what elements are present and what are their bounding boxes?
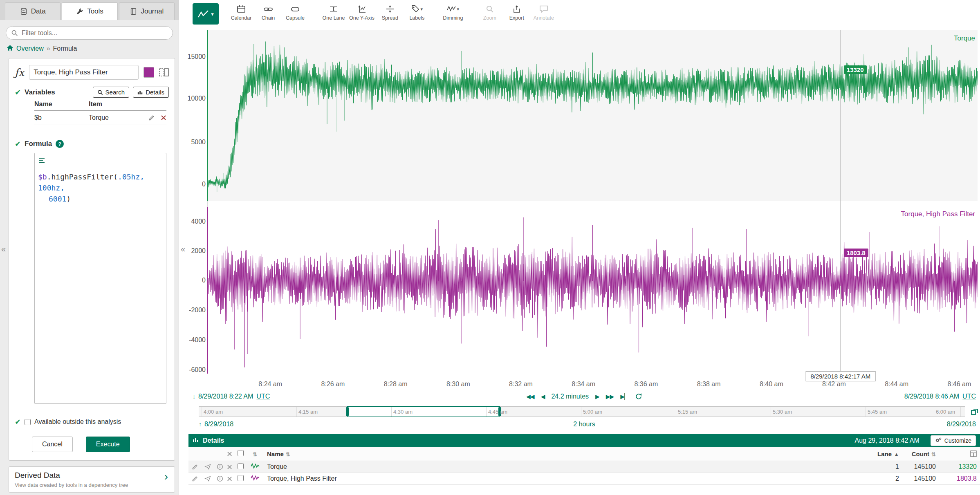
edit-variable-icon[interactable]	[148, 114, 155, 121]
step-back-icon[interactable]: ◀	[541, 393, 545, 400]
capsule-icon	[291, 4, 300, 13]
x-tick-label: 8:24 am	[250, 381, 291, 388]
lane-column-header[interactable]: Lane▲	[870, 450, 899, 457]
details-row-highpass[interactable]: Torque, High Pass Filter 2 145100 1803.8	[188, 473, 980, 485]
sort-by-type-icon[interactable]: ⇅	[253, 451, 257, 457]
formula-editor[interactable]: $b.highPassFilter(.05hz, 100hz,6001)	[34, 153, 166, 404]
details-row-torque[interactable]: Torque 1 145100 13320	[188, 461, 980, 473]
brush-left-handle[interactable]	[346, 407, 349, 416]
trend-toolbar: ▾ Calendar Chain Capsule One Lane O	[188, 0, 980, 29]
info-icon[interactable]	[217, 475, 227, 482]
formula-lines-icon[interactable]	[38, 157, 45, 163]
calendar-icon	[237, 4, 246, 13]
toolbar-calendar-button[interactable]: Calendar	[228, 3, 255, 22]
refresh-icon[interactable]	[635, 393, 642, 400]
toolbar-spread-button[interactable]: Spread	[377, 3, 404, 22]
timeline-end-date[interactable]: 8/29/2018	[947, 421, 976, 428]
sort-asc-icon[interactable]: ▲	[894, 451, 899, 457]
step-back-fast-icon[interactable]: ◀◀	[526, 393, 534, 400]
variables-label: Variables	[25, 88, 55, 96]
toolbar-one-y-axis-button[interactable]: One Y-Axis	[347, 3, 377, 22]
range-start-label[interactable]: 8/29/2018 8:22 AM	[198, 393, 253, 400]
tab-tools[interactable]: Tools	[62, 2, 117, 20]
trend-chart[interactable]: 150001000050000400020000-2000-4000-6000 …	[188, 29, 980, 388]
cancel-button[interactable]: Cancel	[32, 437, 73, 452]
main-area: ▾ Calendar Chain Capsule One Lane O	[188, 0, 980, 495]
edit-icon[interactable]	[192, 475, 204, 482]
remove-all-icon[interactable]	[227, 451, 238, 457]
row-checkbox[interactable]	[238, 475, 244, 481]
filter-tools-input[interactable]	[6, 26, 173, 40]
split-panel-icon[interactable]	[159, 68, 169, 76]
step-forward-fast-icon[interactable]: ▶▶	[606, 393, 614, 400]
timeline-selection-brush[interactable]	[347, 406, 500, 417]
toolbar-capsule-button[interactable]: Capsule	[282, 3, 309, 22]
remove-variable-icon[interactable]	[161, 115, 166, 121]
formula-label: Formula	[25, 140, 52, 148]
range-duration-label[interactable]: 24.2 minutes	[551, 393, 589, 400]
step-to-end-icon[interactable]: ▶▏	[620, 393, 628, 400]
color-swatch[interactable]	[144, 67, 154, 78]
y-tick-label: 10000	[175, 95, 206, 102]
send-icon[interactable]	[204, 475, 217, 482]
lane-2-label[interactable]: Torque, High Pass Filter	[901, 210, 975, 218]
count-column-header[interactable]: Count⇅	[899, 450, 936, 457]
value-column-header[interactable]	[936, 450, 977, 457]
home-icon[interactable]	[7, 45, 13, 53]
toolbar-one-lane-button[interactable]: One Lane	[320, 3, 347, 22]
timeline-start-date[interactable]: 8/29/2018	[204, 421, 233, 428]
remove-icon[interactable]	[227, 476, 238, 482]
tab-journal[interactable]: Journal	[119, 2, 175, 20]
execute-button[interactable]: Execute	[86, 437, 130, 452]
timeline-expand-icon[interactable]	[971, 408, 979, 417]
toolbar-labels-button[interactable]: ▾ Labels	[404, 3, 431, 22]
lane-1-label[interactable]: Torque	[954, 34, 975, 43]
info-icon[interactable]	[217, 464, 227, 470]
item-value: 13320	[936, 463, 977, 470]
tab-data[interactable]: Data	[5, 2, 61, 20]
toolbar-export-button[interactable]: Export	[503, 3, 530, 22]
code-variable: $b	[38, 172, 47, 181]
formula-code[interactable]: $b.highPassFilter(.05hz, 100hz,6001)	[35, 167, 166, 208]
breadcrumb-overview-link[interactable]: Overview	[16, 45, 44, 52]
timeline-duration-label[interactable]: 2 hours	[573, 421, 595, 428]
row-checkbox[interactable]	[238, 463, 244, 469]
item-name[interactable]: Torque	[267, 463, 870, 470]
range-start-timezone[interactable]: UTC	[256, 393, 270, 400]
range-end-timezone[interactable]: UTC	[962, 393, 976, 400]
trend-view-dropdown[interactable]: ▾	[193, 3, 219, 25]
toolbar-chain-button[interactable]: Chain	[255, 3, 282, 22]
item-name[interactable]: Torque, High Pass Filter	[267, 475, 870, 482]
formula-name-input[interactable]	[29, 65, 139, 80]
x-tick-label: 8:38 am	[688, 381, 729, 388]
help-icon[interactable]: ?	[56, 140, 64, 148]
toolbar-dimming-button[interactable]: ▾ Dimming	[440, 3, 466, 22]
y-tick-label: 15000	[175, 53, 206, 60]
item-lane: 2	[870, 475, 899, 482]
derived-data-panel[interactable]: Derived Data View data created by tools …	[9, 466, 175, 493]
edit-icon[interactable]	[192, 464, 204, 470]
available-outside-checkbox[interactable]	[25, 419, 31, 425]
variables-search-button[interactable]: Search	[93, 87, 130, 98]
variables-table-header: Name Item	[34, 101, 166, 111]
timeline-track[interactable]: 4:00 am4:15 am4:30 am4:45 am5:00 am5:15 …	[199, 406, 965, 417]
x-tick-label: 8:30 am	[438, 381, 479, 388]
select-all-checkbox[interactable]	[238, 450, 244, 456]
sort-icon[interactable]: ⇅	[286, 451, 290, 457]
chevron-down-icon: ▾	[421, 7, 423, 12]
name-column-header[interactable]: Name⇅	[267, 450, 870, 457]
collapse-left-icon[interactable]: «	[1, 244, 6, 254]
remove-icon[interactable]	[227, 464, 238, 470]
sort-icon[interactable]: ⇅	[931, 451, 936, 457]
step-forward-icon[interactable]: ▶	[595, 393, 599, 400]
chevron-right-icon[interactable]: ›	[164, 471, 168, 482]
variables-details-button[interactable]: Details	[133, 87, 169, 98]
dimming-icon	[447, 4, 456, 14]
cursor-value-chip-torque: 13320	[844, 65, 867, 74]
timeline-tick-label: 5:45 am	[868, 409, 887, 415]
x-tick-label: 8:32 am	[500, 381, 541, 388]
toolbar-zoom-button: Zoom	[476, 3, 503, 22]
range-end-label[interactable]: 8/29/2018 8:46 AM	[904, 393, 959, 400]
send-icon[interactable]	[204, 464, 217, 470]
customize-button[interactable]: Customize	[931, 435, 976, 446]
